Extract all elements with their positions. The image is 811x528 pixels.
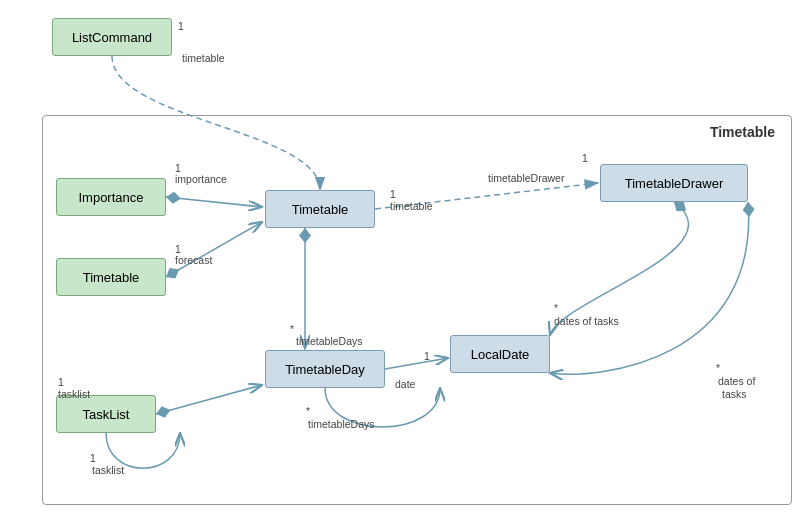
label-tasklist2: tasklist (92, 464, 124, 476)
timetable-drawer-box: TimetableDrawer (600, 164, 748, 202)
label-tasks2: tasks (722, 388, 747, 400)
label-star-dates2: * (716, 362, 720, 374)
local-date-box: LocalDate (450, 335, 550, 373)
label-timetabledays2-role: timetableDays (308, 418, 375, 430)
label-star-timetabledays2: * (306, 405, 310, 417)
label-timetabledrawer-role: timetableDrawer (488, 172, 564, 184)
diagram-container: Timetable (0, 0, 811, 528)
label-timetable-role: timetable (390, 200, 433, 212)
timetable-boundary-label: Timetable (710, 124, 775, 140)
label-1-listcmd: 1 (178, 20, 184, 32)
label-1-timetabledrawer: 1 (582, 152, 588, 164)
timetable-day-box: TimetableDay (265, 350, 385, 388)
label-dates-of-tasks1: dates of tasks (554, 315, 619, 327)
forecast-box: Timetable (56, 258, 166, 296)
task-list-box: TaskList (56, 395, 156, 433)
label-dates-of: dates of (718, 375, 755, 387)
label-1-tasklist2: 1 (90, 452, 96, 464)
label-date-role: date (395, 378, 415, 390)
label-1-timetable-drawer: 1 (390, 188, 396, 200)
importance-box: Importance (56, 178, 166, 216)
label-timetabledays-role: timetableDays (296, 335, 363, 347)
label-star-dates1: * (554, 302, 558, 314)
label-timetable-listcmd: timetable (182, 52, 225, 64)
label-forecast-role: forecast (175, 254, 212, 266)
timetable-box: Timetable (265, 190, 375, 228)
list-command-box: ListCommand (52, 18, 172, 56)
label-tasklist1: tasklist (58, 388, 90, 400)
label-importance-role: importance (175, 173, 227, 185)
label-1-date: 1 (424, 350, 430, 362)
label-star-timetabledays: * (290, 323, 294, 335)
label-1-tasklist1: 1 (58, 376, 64, 388)
